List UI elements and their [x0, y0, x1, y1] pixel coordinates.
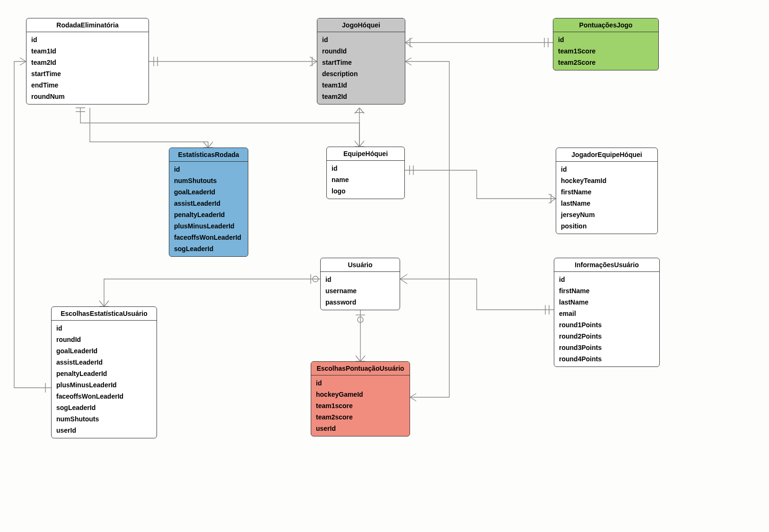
entity-attrs: id username password [321, 272, 400, 310]
attr: assistLeaderId [52, 357, 157, 368]
attr: sogLeaderId [169, 243, 248, 254]
attr: id [327, 163, 404, 174]
attr: roundId [52, 334, 157, 345]
attr: roundNum [26, 91, 149, 102]
attr: hockeyGameId [311, 389, 410, 400]
attr: description [317, 68, 405, 79]
entity-jogo: JogoHóquei id roundId startTime descript… [317, 18, 405, 105]
attr: team1score [311, 400, 410, 411]
entity-attrs: id hockeyGameId team1score team2score us… [311, 375, 410, 436]
entity-attrs: id hockeyTeamId firstName lastName jerse… [556, 162, 657, 234]
attr: assistLeaderId [169, 198, 248, 209]
attr: name [327, 174, 404, 185]
attr: roundId [317, 45, 405, 57]
attr: faceoffsWonLeaderId [169, 232, 248, 243]
attr: team1Id [26, 45, 149, 57]
attr: team2score [311, 411, 410, 423]
entity-jogador: JogadorEquipeHóquei id hockeyTeamId firs… [556, 148, 658, 234]
attr: team1Score [553, 45, 658, 57]
entity-attrs: id name logo [327, 161, 404, 199]
attr: username [321, 285, 400, 297]
entity-title: Usuário [321, 258, 400, 272]
entity-attrs: id numShutouts goalLeaderId assistLeader… [169, 162, 248, 256]
entity-equipe: EquipeHóquei id name logo [326, 147, 405, 199]
attr: id [553, 34, 658, 45]
entity-attrs: id roundId startTime description team1Id… [317, 32, 405, 104]
entity-title: EquipeHóquei [327, 147, 404, 161]
attr: hockeyTeamId [556, 175, 657, 186]
attr: team2Score [553, 57, 658, 68]
attr: logo [327, 185, 404, 197]
attr: lastName [554, 297, 659, 308]
svg-point-0 [313, 276, 318, 282]
svg-point-1 [358, 317, 363, 323]
attr: password [321, 297, 400, 308]
entity-escolhas-pont: EscolhasPontuaçãoUsuário id hockeyGameId… [311, 361, 410, 436]
attr: jerseyNum [556, 209, 657, 220]
attr: startTime [26, 68, 149, 79]
attr: goalLeaderId [169, 186, 248, 198]
entity-attrs: id roundId goalLeaderId assistLeaderId p… [52, 321, 157, 438]
attr: goalLeaderId [52, 345, 157, 357]
attr: penaltyLeaderId [52, 368, 157, 379]
attr: team1Id [317, 79, 405, 91]
attr: plusMinusLeaderId [169, 220, 248, 232]
entity-title: EscolhasPontuaçãoUsuário [311, 362, 410, 375]
attr: userId [311, 423, 410, 434]
entity-attrs: id firstName lastName email round1Points… [554, 272, 659, 366]
attr: team2Id [26, 57, 149, 68]
attr: id [311, 377, 410, 389]
attr: email [554, 308, 659, 319]
attr: position [556, 220, 657, 232]
entity-info-usuario: InformaçõesUsuário id firstName lastName… [554, 258, 660, 367]
entity-title: EstatísticasRodada [169, 148, 248, 162]
entity-attrs: id team1Id team2Id startTime endTime rou… [26, 32, 149, 104]
entity-title: PontuaçõesJogo [553, 18, 658, 32]
attr: round2Points [554, 331, 659, 342]
entity-pontuacoes: PontuaçõesJogo id team1Score team2Score [553, 18, 659, 70]
attr: faceoffsWonLeaderId [52, 391, 157, 402]
entity-usuario: Usuário id username password [320, 258, 400, 310]
attr: round3Points [554, 342, 659, 353]
entity-rodada: RodadaEliminatória id team1Id team2Id st… [26, 18, 149, 105]
attr: numShutouts [169, 175, 248, 186]
entity-estatisticas: EstatísticasRodada id numShutouts goalLe… [169, 148, 248, 257]
attr: userId [52, 425, 157, 436]
attr: id [52, 323, 157, 334]
entity-title: InformaçõesUsuário [554, 258, 659, 272]
attr: team2Id [317, 91, 405, 102]
attr: id [321, 274, 400, 285]
entity-escolhas-est: EscolhasEstatísticaUsuário id roundId go… [51, 306, 157, 438]
attr: id [26, 34, 149, 45]
attr: round4Points [554, 353, 659, 365]
attr: firstName [556, 186, 657, 198]
attr: id [317, 34, 405, 45]
attr: round1Points [554, 319, 659, 331]
attr: startTime [317, 57, 405, 68]
attr: id [554, 274, 659, 285]
attr: plusMinusLeaderId [52, 379, 157, 391]
attr: endTime [26, 79, 149, 91]
entity-title: JogoHóquei [317, 18, 405, 32]
attr: firstName [554, 285, 659, 297]
entity-title: RodadaEliminatória [26, 18, 149, 32]
entity-title: JogadorEquipeHóquei [556, 148, 657, 162]
entity-title: EscolhasEstatísticaUsuário [52, 307, 157, 321]
attr: sogLeaderId [52, 402, 157, 413]
attr: id [556, 164, 657, 175]
attr: penaltyLeaderId [169, 209, 248, 220]
attr: numShutouts [52, 413, 157, 425]
entity-attrs: id team1Score team2Score [553, 32, 658, 70]
attr: id [169, 164, 248, 175]
attr: lastName [556, 198, 657, 209]
